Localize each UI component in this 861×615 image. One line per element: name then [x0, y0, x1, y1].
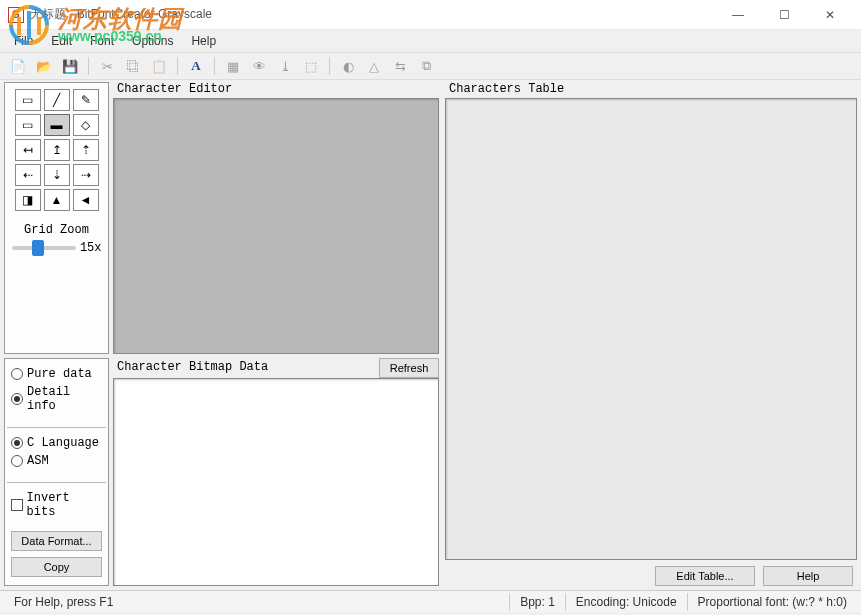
zoom-value: 15x [80, 241, 102, 255]
toolbar-sep [88, 57, 89, 75]
asm-label: ASM [27, 454, 49, 468]
pure-data-label: Pure data [27, 367, 92, 381]
shift-up-icon[interactable]: ↥ [44, 139, 70, 161]
font-icon[interactable]: A [186, 56, 206, 76]
data-icon: ⬚ [301, 56, 321, 76]
status-font: Proportional font: (w:? * h:0) [687, 593, 857, 611]
grid-icon: ▦ [223, 56, 243, 76]
eraser-icon[interactable]: ◇ [73, 114, 99, 136]
detail-info-label: Detail info [27, 385, 102, 413]
new-icon[interactable]: 📄 [8, 56, 28, 76]
minimize-button[interactable]: — [715, 0, 761, 30]
select-icon[interactable]: ▭ [15, 89, 41, 111]
help-button[interactable]: Help [763, 566, 853, 586]
menu-font[interactable]: Font [82, 32, 122, 50]
pencil-icon[interactable]: ✎ [73, 89, 99, 111]
preview-icon: 👁 [249, 56, 269, 76]
toolbar: 📄 📂 💾 ✂ ⿻ 📋 A ▦ 👁 ⤓ ⬚ ◐ △ ⇆ ⧉ [0, 52, 861, 80]
checkbox-invert-bits[interactable]: Invert bits [11, 491, 102, 519]
radio-pure-data[interactable]: Pure data [11, 367, 102, 381]
copy-icon: ⿻ [123, 56, 143, 76]
shift-down-icon[interactable]: ⇣ [44, 164, 70, 186]
shift-left2-icon[interactable]: ⇠ [15, 164, 41, 186]
radio-detail-info[interactable]: Detail info [11, 385, 102, 413]
menu-edit[interactable]: Edit [43, 32, 80, 50]
separator [7, 427, 106, 428]
open-icon[interactable]: 📂 [34, 56, 54, 76]
data-format-button[interactable]: Data Format... [11, 531, 102, 551]
toolbar-sep [214, 57, 215, 75]
menu-file[interactable]: File [6, 32, 41, 50]
separator [7, 482, 106, 483]
char-editor-canvas[interactable] [113, 98, 439, 354]
radio-asm[interactable]: ASM [11, 454, 102, 468]
status-help: For Help, press F1 [4, 593, 509, 611]
shift-right-icon[interactable]: ⇢ [73, 164, 99, 186]
map-icon: ⧉ [416, 56, 436, 76]
options-panel: Pure data Detail info C Language ASM [4, 358, 109, 586]
menubar: File Edit Font Options Help [0, 30, 861, 52]
paste-icon: 📋 [149, 56, 169, 76]
zoom-slider[interactable] [12, 246, 76, 250]
refresh-button[interactable]: Refresh [379, 358, 439, 378]
invert-bits-label: Invert bits [27, 491, 102, 519]
invert-icon[interactable]: ◨ [15, 189, 41, 211]
toolbar-sep [177, 57, 178, 75]
char-editor-title: Character Editor [113, 82, 439, 98]
export-icon: ⤓ [275, 56, 295, 76]
save-icon[interactable]: 💾 [60, 56, 80, 76]
char-bitmap-data-area[interactable] [113, 378, 439, 586]
flip-v-icon[interactable]: ▲ [44, 189, 70, 211]
c-lang-label: C Language [27, 436, 99, 450]
toolbar-sep [329, 57, 330, 75]
status-bpp: Bpp: 1 [509, 593, 565, 611]
copy-button[interactable]: Copy [11, 557, 102, 577]
flip-h-icon[interactable]: ◄ [73, 189, 99, 211]
cut-icon: ✂ [97, 56, 117, 76]
titlebar: G 无标题 - BitFontCreator Grayscale — ☐ ✕ [0, 0, 861, 30]
shift-icon: ⇆ [390, 56, 410, 76]
shift-up2-icon[interactable]: ⇡ [73, 139, 99, 161]
shift-left-icon[interactable]: ↤ [15, 139, 41, 161]
tools-panel: ▭╱✎▭▬◇↤↥⇡⇠⇣⇢◨▲◄ Grid Zoom 15x [4, 82, 109, 354]
edit-table-button[interactable]: Edit Table... [655, 566, 755, 586]
grid-zoom-label: Grid Zoom [24, 223, 89, 237]
invert-icon: ◐ [338, 56, 358, 76]
rect-icon[interactable]: ▭ [15, 114, 41, 136]
line-icon[interactable]: ╱ [44, 89, 70, 111]
statusbar: For Help, press F1 Bpp: 1 Encoding: Unic… [0, 590, 861, 612]
maximize-button[interactable]: ☐ [761, 0, 807, 30]
menu-help[interactable]: Help [183, 32, 224, 50]
characters-table-title: Characters Table [445, 82, 857, 98]
app-icon: G [8, 7, 24, 23]
menu-options[interactable]: Options [124, 32, 181, 50]
char-bitmap-data-title: Character Bitmap Data [113, 360, 373, 376]
characters-table[interactable] [445, 98, 857, 560]
status-encoding: Encoding: Unicode [565, 593, 687, 611]
window-title: 无标题 - BitFontCreator Grayscale [30, 6, 715, 23]
fillrect-icon[interactable]: ▬ [44, 114, 70, 136]
radio-c-language[interactable]: C Language [11, 436, 102, 450]
close-button[interactable]: ✕ [807, 0, 853, 30]
mirror-icon: △ [364, 56, 384, 76]
